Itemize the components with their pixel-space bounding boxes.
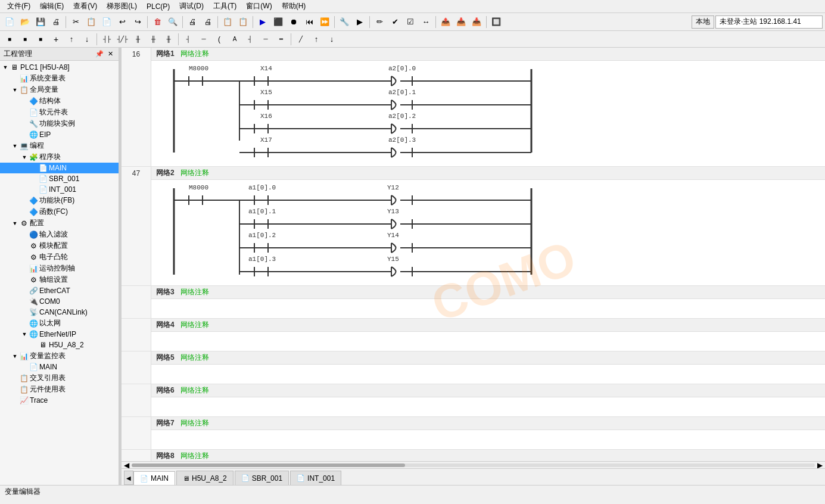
tree-item-ethernet-ip[interactable]: ▼ 🌐 EtherNet/IP (0, 329, 119, 340)
tree-toggle-globalvars[interactable]: ▼ (11, 86, 19, 94)
tree-item-programming[interactable]: ▼ 💻 编程 (0, 140, 119, 151)
tb-fast[interactable]: ⏩ (317, 15, 332, 29)
tree-item-plc1[interactable]: ▼ 🖥 PLC1 [H5U-A8] (0, 62, 119, 73)
tb2-1[interactable]: ■ (2, 32, 17, 46)
tb2-wire-h[interactable]: ─ (197, 32, 211, 46)
tb2-paren-close[interactable]: ┤ (243, 32, 257, 46)
tree-item-moduleconfig[interactable]: ▶ ⚙ 模块配置 (0, 240, 119, 251)
tree-item-sbr001[interactable]: ▶ 📄 SBR_001 (0, 173, 119, 184)
tb-save[interactable]: 💾 (33, 15, 48, 29)
tree-item-can[interactable]: ▶ 📡 CAN(CANLink) (0, 307, 119, 318)
tb-print[interactable]: 🖨 (49, 15, 63, 29)
sidebar-pin-btn[interactable]: 📌 (95, 49, 104, 59)
tree-item-axisgroup[interactable]: ▶ ⚙ 轴组设置 (0, 274, 119, 285)
tree-toggle-programming[interactable]: ▼ (11, 142, 19, 150)
tree-item-h5ua8-2[interactable]: ▶ 🖥 H5U_A8_2 (0, 340, 119, 350)
tb-compile[interactable]: 🖨 (185, 15, 200, 29)
menu-file[interactable]: 文件(F) (2, 0, 35, 13)
tb2-arr-down[interactable]: ↓ (325, 32, 339, 46)
sidebar-close-btn[interactable]: ✕ (105, 49, 115, 59)
tree-item-progblock[interactable]: ▼ 🧩 程序块 (0, 151, 119, 163)
menu-debug[interactable]: 调试(D) (175, 0, 208, 13)
tb2-paren-open[interactable]: ( (212, 32, 226, 46)
tb-paste[interactable]: 📄 (99, 15, 114, 29)
tb2-5[interactable]: ╫ (161, 32, 176, 46)
menu-view[interactable]: 查看(V) (69, 0, 102, 13)
tb-start[interactable]: ⏮ (302, 15, 316, 29)
tb-copy[interactable]: 📋 (84, 15, 98, 29)
tree-item-fbinst[interactable]: ▶ 🔧 功能块实例 (0, 118, 119, 129)
tree-item-struct[interactable]: ▶ 🔷 结构体 (0, 95, 119, 107)
tb-undo[interactable]: ↩ (115, 15, 129, 29)
tb2-wire-h2[interactable]: ─ (259, 32, 273, 46)
tree-item-fc[interactable]: ▶ 🔷 函数(FC) (0, 206, 119, 217)
tb-import2[interactable]: 📥 (469, 15, 484, 29)
tree-toggle-ethernet-ip[interactable]: ▼ (20, 330, 29, 338)
tb2-contact-p[interactable]: ╫ (130, 32, 145, 46)
tree-item-sysvars[interactable]: ▶ 📊 系统变量表 (0, 73, 119, 84)
tb-new[interactable]: 📄 (2, 15, 17, 29)
tb-record[interactable]: ⏺ (287, 15, 301, 29)
tb-run[interactable]: ▶ (256, 15, 270, 29)
tb-edit1[interactable]: ✏ (372, 15, 387, 29)
tree-item-int001[interactable]: ▶ 📄 INT_001 (0, 184, 119, 195)
tb2-down[interactable]: ↓ (80, 32, 94, 46)
tb2-contact-no[interactable]: ┤├ (99, 32, 114, 46)
tb2-diag[interactable]: ╱ (294, 32, 308, 46)
tree-item-inputfilter[interactable]: ▶ 🔵 输入滤波 (0, 229, 119, 240)
tb-find[interactable]: 🔍 (166, 15, 180, 29)
tb2-3[interactable]: ■ (33, 32, 48, 46)
tb-upload[interactable]: 📋 (220, 15, 235, 29)
tree-toggle-plc1[interactable]: ▼ (1, 63, 10, 71)
tree-item-ethercat[interactable]: ▶ 🔗 EtherCAT (0, 285, 119, 296)
tb-check2[interactable]: ☑ (403, 15, 418, 29)
tree-item-softelem[interactable]: ▶ 📄 软元件表 (0, 107, 119, 118)
tb2-plus[interactable]: + (49, 32, 63, 46)
tree-toggle-progblock[interactable]: ▼ (20, 153, 29, 161)
tree-item-fb[interactable]: ▶ 🔷 功能块(FB) (0, 195, 119, 206)
tb2-contact-n[interactable]: ╫ (146, 32, 160, 46)
tb-monitor[interactable]: 🔧 (337, 15, 351, 29)
tb2-coil[interactable]: ┤ (181, 32, 195, 46)
tab-sbr001[interactable]: 📄 SBR_001 (235, 471, 289, 485)
tb-delete[interactable]: 🗑 (150, 15, 164, 29)
tb2-wire-bold[interactable]: ━ (274, 32, 288, 46)
tree-item-elemuse[interactable]: ▶ 📋 元件使用表 (0, 384, 119, 395)
tree-item-globalvars[interactable]: ▼ 📋 全局变量 (0, 84, 119, 95)
tree-toggle-varmonitor[interactable]: ▼ (11, 352, 19, 360)
menu-window[interactable]: 窗口(W) (241, 0, 276, 13)
menu-tools[interactable]: 工具(T) (208, 0, 241, 13)
tree-item-main[interactable]: ▶ 📄 MAIN (0, 163, 119, 173)
tb-download[interactable]: 📋 (236, 15, 250, 29)
tb-compile-all[interactable]: 🖨 (201, 15, 215, 29)
tree-item-ethernet[interactable]: ▶ 🌐 以太网 (0, 318, 119, 329)
tree-item-config[interactable]: ▼ ⚙ 配置 (0, 217, 119, 229)
tree-item-varmonitor-main[interactable]: ▶ 📄 MAIN (0, 362, 119, 372)
tb2-2[interactable]: ■ (18, 32, 32, 46)
tb2-up[interactable]: ↑ (64, 32, 79, 46)
tb-check[interactable]: ✔ (388, 15, 402, 29)
tb2-arr-up[interactable]: ↑ (309, 32, 323, 46)
tb-stop[interactable]: ⬛ (271, 15, 285, 29)
tree-item-motion[interactable]: ▶ 📊 运动控制轴 (0, 263, 119, 274)
tb-last[interactable]: 🔲 (489, 15, 503, 29)
tree-item-trace[interactable]: ▶ 📈 Trace (0, 395, 119, 406)
tree-item-varmonitor[interactable]: ▼ 📊 变量监控表 (0, 350, 119, 362)
menu-edit[interactable]: 编辑(E) (35, 0, 69, 13)
menu-plc[interactable]: PLC(P) (142, 1, 175, 12)
tab-main[interactable]: 📄 MAIN (133, 471, 175, 485)
tb-cut[interactable]: ✂ (69, 15, 83, 29)
menu-help[interactable]: 帮助(H) (277, 0, 311, 13)
tree-item-ecam[interactable]: ▶ ⚙ 电子凸轮 (0, 251, 119, 263)
tb-swap[interactable]: ↔ (419, 15, 433, 29)
tree-item-crossref[interactable]: ▶ 📋 交叉引用表 (0, 372, 119, 384)
tb-open[interactable]: 📂 (18, 15, 32, 29)
menu-ladder[interactable]: 梯形图(L) (102, 0, 142, 13)
h-scrollbar[interactable]: ◀ ▶ (122, 461, 825, 468)
tb-monitor2[interactable]: ▶ (353, 15, 367, 29)
tab-scroll-left[interactable]: ◀ (124, 471, 133, 485)
tb-import1[interactable]: 📥 (454, 15, 468, 29)
tab-int001[interactable]: 📄 INT_001 (290, 471, 341, 485)
tab-h5ua82[interactable]: 🖥 H5U_A8_2 (176, 471, 234, 485)
tree-item-eip[interactable]: ▶ 🌐 EIP (0, 129, 119, 140)
